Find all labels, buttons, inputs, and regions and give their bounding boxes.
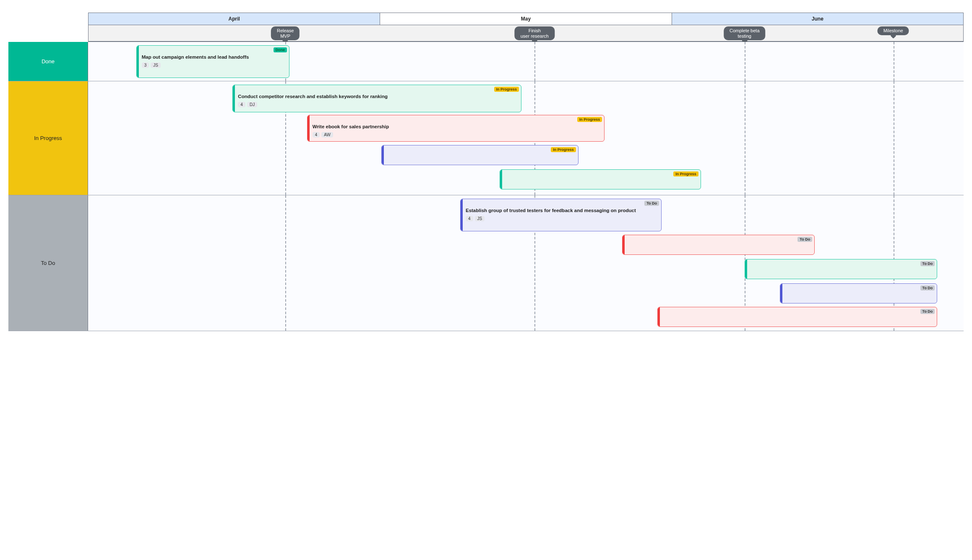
month-june: June [672, 13, 963, 25]
task-accent-stripe [500, 170, 502, 189]
task-accent-stripe [382, 145, 384, 165]
task-card[interactable]: In ProgressWrite ebook for sales partner… [307, 115, 605, 142]
task-count-chip: 4 [238, 102, 245, 107]
status-badge: In Progress [673, 171, 698, 176]
lane-done: DoneDoneMap out campaign elements and le… [8, 42, 964, 81]
milestone-label: Complete beta [730, 28, 760, 34]
status-badge: In Progress [494, 87, 519, 92]
task-card[interactable]: In ProgressConduct competitor research a… [232, 85, 521, 112]
lane-label: In Progress [8, 81, 88, 195]
diamond-icon [890, 33, 896, 39]
month-may: May [380, 13, 672, 25]
status-badge: To Do [920, 309, 935, 314]
task-count-chip: 3 [142, 62, 149, 68]
task-accent-stripe [137, 46, 139, 78]
task-card[interactable]: In Progress [381, 145, 579, 165]
task-assignee-chip: AW [321, 132, 333, 137]
task-title: Map out campaign elements and lead hando… [142, 54, 286, 60]
lane-body: DoneMap out campaign elements and lead h… [88, 42, 964, 81]
task-count-chip: 4 [313, 132, 320, 137]
status-badge: In Progress [577, 117, 602, 122]
task-meta: 4AW [313, 132, 601, 137]
milestone-guideline [285, 195, 286, 331]
task-assignee-chip: JS [475, 216, 485, 221]
lane-body: To DoEstablish group of trusted testers … [88, 195, 964, 331]
milestone-guideline [745, 42, 745, 81]
task-accent-stripe [780, 284, 782, 303]
task-accent-stripe [233, 85, 235, 112]
milestone-label: Finish [521, 28, 549, 34]
swimlanes: DoneDoneMap out campaign elements and le… [8, 42, 964, 331]
task-accent-stripe [461, 199, 463, 231]
task-card[interactable]: To Do [780, 283, 938, 303]
milestone-guideline [894, 81, 894, 195]
status-badge: In Progress [551, 147, 576, 152]
task-accent-stripe [745, 259, 747, 279]
lane-label: To Do [8, 195, 88, 331]
status-badge: Done [274, 47, 287, 52]
task-meta: 3JS [142, 62, 286, 68]
task-assignee-chip: JS [151, 62, 161, 68]
task-card[interactable]: DoneMap out campaign elements and lead h… [136, 45, 289, 78]
milestone[interactable]: Finishuser research [515, 26, 555, 40]
task-title: Establish group of trusted testers for f… [466, 207, 658, 213]
lane-label: Done [8, 42, 88, 81]
task-count-chip: 4 [466, 216, 473, 221]
gantt-chart: April May June ReleaseMVPFinishuser rese… [8, 13, 964, 331]
task-meta: 4DJ [238, 102, 518, 107]
milestone[interactable]: Complete betatesting [724, 26, 766, 40]
milestone-label: Release [277, 28, 294, 34]
lane-inprogress: In ProgressIn ProgressConduct competitor… [8, 81, 964, 195]
task-card[interactable]: In Progress [500, 169, 701, 189]
status-badge: To Do [920, 261, 935, 266]
task-assignee-chip: DJ [247, 102, 257, 107]
task-title: Write ebook for sales partnership [313, 124, 601, 130]
task-card[interactable]: To Do [622, 235, 815, 255]
task-accent-stripe [658, 307, 660, 327]
milestone-guideline [894, 42, 894, 81]
task-card[interactable]: To Do [745, 259, 937, 279]
status-badge: To Do [644, 201, 659, 206]
task-card[interactable]: To Do [657, 307, 938, 327]
task-accent-stripe [307, 115, 310, 141]
month-header: April May June [88, 13, 964, 25]
month-april: April [89, 13, 380, 25]
status-badge: To Do [797, 237, 812, 242]
task-meta: 4JS [466, 216, 658, 221]
milestone[interactable]: Milestone [878, 26, 909, 35]
milestone-guideline [534, 42, 535, 81]
milestone[interactable]: ReleaseMVP [271, 26, 300, 40]
task-card[interactable]: To DoEstablish group of trusted testers … [460, 199, 662, 231]
task-title: Conduct competitor research and establis… [238, 93, 518, 99]
status-badge: To Do [920, 285, 935, 290]
lane-body: In ProgressConduct competitor research a… [88, 81, 964, 195]
milestone-guideline [745, 81, 745, 195]
task-accent-stripe [623, 235, 625, 254]
milestone-row: ReleaseMVPFinishuser researchComplete be… [88, 25, 964, 42]
lane-todo: To DoTo DoEstablish group of trusted tes… [8, 195, 964, 331]
